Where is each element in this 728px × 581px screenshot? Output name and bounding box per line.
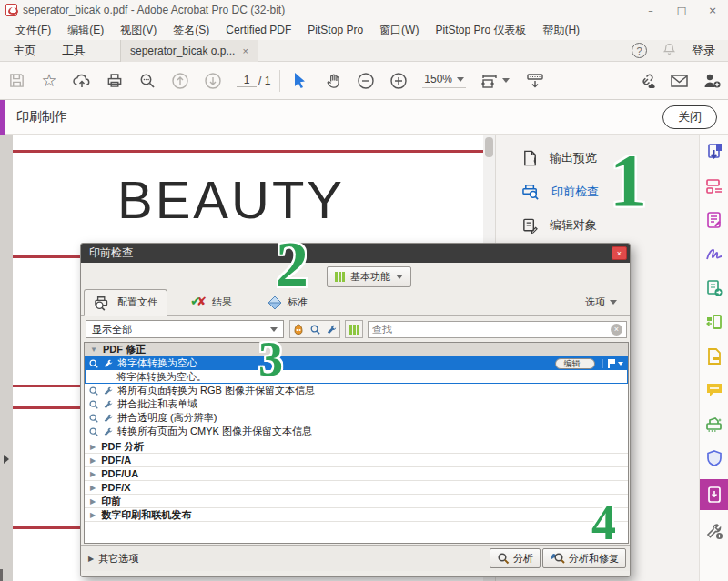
preflight-icon bbox=[521, 183, 541, 200]
list-group-pdf-fixups[interactable]: ▼ PDF 修正 bbox=[85, 343, 628, 356]
panel-item-label: 输出预览 bbox=[550, 150, 597, 166]
minimize-icon[interactable]: – bbox=[635, 0, 666, 20]
zoom-level-select[interactable]: 150% bbox=[422, 73, 466, 88]
panel-item-preflight[interactable]: 印前检查 bbox=[521, 183, 599, 200]
create-pdf-icon[interactable] bbox=[704, 176, 724, 196]
hand-tool-icon[interactable] bbox=[317, 65, 349, 96]
analyze-fix-button[interactable]: 分析和修复 bbox=[542, 548, 626, 568]
show-all-select[interactable]: 显示全部 bbox=[86, 320, 284, 338]
panel-item-output-preview[interactable]: 输出预览 bbox=[521, 149, 597, 167]
annotation-step-3: 3 bbox=[258, 335, 283, 384]
add-tools-icon[interactable] bbox=[704, 521, 724, 541]
protect-icon[interactable] bbox=[704, 448, 724, 468]
flag-dropdown[interactable] bbox=[602, 359, 623, 368]
options-menu[interactable]: 选项 bbox=[585, 296, 617, 309]
tab-results[interactable]: ✔✘ 结果 bbox=[181, 289, 241, 316]
comment-icon[interactable] bbox=[704, 380, 724, 400]
scan-ocr-icon[interactable] bbox=[704, 415, 724, 435]
menu-view[interactable]: 视图(V) bbox=[112, 23, 165, 38]
fill-sign-icon[interactable] bbox=[704, 245, 724, 265]
menu-certified-pdf[interactable]: Certified PDF bbox=[217, 24, 299, 36]
tab-tools[interactable]: 工具 bbox=[49, 43, 98, 59]
clear-search-icon[interactable]: × bbox=[611, 324, 622, 336]
save-icon[interactable] bbox=[0, 65, 33, 96]
group-label: PDF/X bbox=[101, 482, 130, 493]
list-item-label: 将所有页面转换为 RGB 图像并保留文本信息 bbox=[117, 384, 315, 397]
menu-sign[interactable]: 签名(S) bbox=[165, 23, 217, 38]
menu-help[interactable]: 帮助(H) bbox=[534, 23, 588, 38]
export-pdf-icon[interactable] bbox=[704, 142, 724, 162]
list-group[interactable]: ▶ PDF/UA bbox=[85, 467, 628, 481]
print-icon[interactable] bbox=[98, 65, 131, 96]
group-label: PDF 修正 bbox=[103, 343, 146, 356]
list-group[interactable]: ▶ 印前 bbox=[85, 495, 628, 508]
toolbar-pin-icon[interactable] bbox=[519, 65, 551, 96]
library-toggle-icon[interactable] bbox=[345, 320, 363, 338]
share-link-icon[interactable] bbox=[630, 65, 662, 96]
triangle-down-icon: ▼ bbox=[90, 346, 97, 354]
tab-close-icon[interactable]: × bbox=[242, 45, 248, 56]
list-item[interactable]: 拼合透明度 (高分辨率) bbox=[85, 411, 628, 425]
chevron-down-icon[interactable] bbox=[502, 78, 510, 83]
list-group[interactable]: ▶ PDF/A bbox=[85, 454, 628, 467]
print-production-icon[interactable] bbox=[704, 485, 724, 505]
fixup-filter-icon[interactable] bbox=[290, 321, 307, 337]
panel-item-edit-object[interactable]: 编辑对象 bbox=[521, 216, 597, 235]
zoom-out-icon[interactable] bbox=[349, 65, 382, 96]
other-options-expander[interactable]: ▶ 其它选项 bbox=[88, 552, 138, 566]
search-field[interactable]: × bbox=[368, 321, 627, 338]
fixups-wrench-icon[interactable] bbox=[323, 321, 339, 337]
search-input[interactable] bbox=[372, 324, 611, 335]
add-person-icon[interactable] bbox=[695, 65, 728, 96]
library-select-button[interactable]: 基本功能 bbox=[327, 266, 411, 287]
list-item[interactable]: 将所有页面转换为 RGB 图像并保留文本信息 bbox=[85, 384, 628, 397]
star-icon[interactable]: ☆ bbox=[33, 65, 66, 96]
dialog-footer: ▶ 其它选项 分析 分析和修复 bbox=[81, 545, 630, 571]
select-tool-icon[interactable] bbox=[284, 65, 317, 96]
close-icon[interactable]: × bbox=[697, 0, 728, 20]
organize-pages-icon[interactable] bbox=[704, 312, 724, 332]
edit-object-icon bbox=[521, 216, 539, 235]
menu-edit[interactable]: 编辑(E) bbox=[59, 23, 112, 38]
expand-panel-icon[interactable] bbox=[4, 455, 9, 464]
cloud-upload-icon[interactable] bbox=[66, 65, 98, 96]
zoom-in-icon[interactable] bbox=[382, 65, 415, 96]
output-preview-icon bbox=[521, 149, 539, 167]
list-item[interactable]: 拼合批注和表单域 bbox=[85, 397, 628, 411]
fit-width-icon[interactable] bbox=[473, 65, 506, 96]
redact-page-icon[interactable] bbox=[704, 346, 724, 366]
export-combine-icon[interactable] bbox=[704, 278, 724, 298]
sign-in-button[interactable]: 登录 bbox=[692, 43, 715, 59]
edit-button[interactable]: 编辑... bbox=[555, 358, 595, 369]
search-icon[interactable] bbox=[131, 65, 164, 96]
edit-pdf-icon[interactable] bbox=[704, 210, 724, 230]
menu-pitstop-dashboard[interactable]: PitStop Pro 仪表板 bbox=[427, 23, 534, 38]
analyze-button[interactable]: 分析 bbox=[490, 548, 541, 568]
tab-profiles[interactable]: 配置文件 bbox=[84, 289, 167, 316]
annotation-step-2: 2 bbox=[276, 232, 308, 297]
checks-filter-icon[interactable] bbox=[307, 321, 323, 337]
scrollbar-thumb[interactable] bbox=[485, 137, 493, 157]
close-tool-button[interactable]: 关闭 bbox=[662, 105, 717, 129]
tab-document[interactable]: seperator_bicak o.p... × bbox=[120, 40, 258, 62]
next-page-icon[interactable] bbox=[197, 65, 229, 96]
triangle-right-icon: ▶ bbox=[90, 497, 96, 506]
menu-file[interactable]: 文件(F) bbox=[7, 23, 59, 38]
list-group[interactable]: ▶ 数字印刷和联机发布 bbox=[85, 508, 628, 522]
wrench-icon bbox=[103, 426, 114, 437]
page-number-input[interactable]: 1 bbox=[237, 74, 257, 87]
menu-pitstop-pro[interactable]: PitStop Pro bbox=[299, 24, 371, 36]
dialog-title-bar[interactable]: 印前检查 × bbox=[81, 244, 630, 263]
list-item-selected[interactable]: 将字体转换为空心 编辑... bbox=[85, 356, 628, 370]
help-icon[interactable]: ? bbox=[632, 43, 647, 58]
tab-home[interactable]: 主页 bbox=[0, 43, 49, 59]
list-group[interactable]: ▶ PDF/X bbox=[85, 481, 628, 495]
list-group[interactable]: ▶ PDF 分析 bbox=[85, 440, 628, 454]
menu-window[interactable]: 窗口(W) bbox=[371, 23, 427, 38]
maximize-icon[interactable]: □ bbox=[666, 0, 697, 20]
dialog-close-icon[interactable]: × bbox=[612, 246, 627, 260]
list-item[interactable]: 转换所有页面为 CMYK 图像并保留文本信息 bbox=[85, 425, 628, 438]
bell-icon[interactable] bbox=[662, 42, 677, 60]
previous-page-icon[interactable] bbox=[164, 65, 197, 96]
email-icon[interactable] bbox=[662, 65, 695, 96]
